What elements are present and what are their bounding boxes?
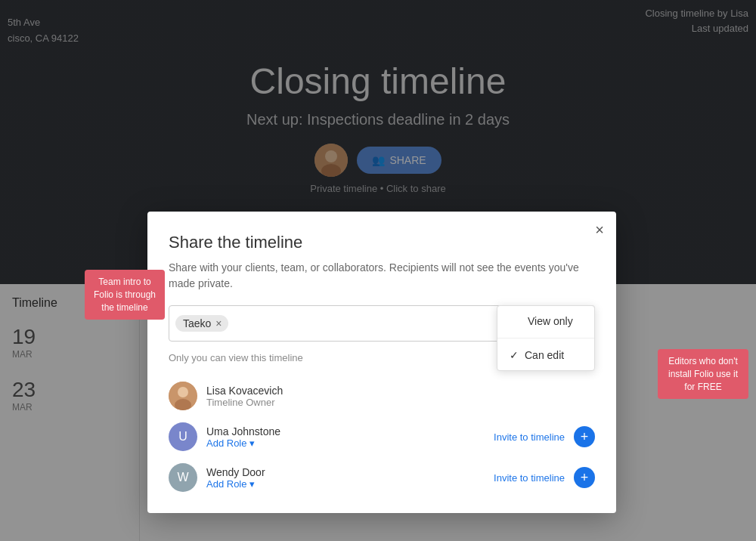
invite-link-1[interactable]: Invite to timeline bbox=[494, 431, 565, 443]
checkmark-icon: ✓ bbox=[510, 349, 519, 361]
person-info-0: Lisa Kovacevich Timeline Owner bbox=[206, 385, 595, 408]
svg-point-4 bbox=[178, 387, 188, 397]
share-modal: × Share the timeline Share with your cli… bbox=[147, 212, 616, 513]
add-role-link-1[interactable]: Add Role ▾ bbox=[206, 437, 485, 449]
add-role-link-2[interactable]: Add Role ▾ bbox=[206, 478, 485, 490]
person-row-0: Lisa Kovacevich Timeline Owner bbox=[169, 376, 595, 416]
avatar: W bbox=[169, 463, 197, 492]
dropdown-item-can-edit[interactable]: ✓ Can edit bbox=[497, 340, 594, 370]
invite-link-2[interactable]: Invite to timeline bbox=[494, 472, 565, 484]
recipient-input[interactable] bbox=[233, 317, 497, 329]
avatar: U bbox=[169, 422, 197, 451]
chip-remove-button[interactable]: × bbox=[215, 317, 222, 329]
person-info-2: Wendy Door Add Role ▾ bbox=[206, 466, 485, 490]
avatar bbox=[169, 382, 197, 410]
person-row-2: W Wendy Door Add Role ▾ Invite to timeli… bbox=[169, 457, 595, 498]
dropdown-divider bbox=[497, 338, 594, 339]
modal-title: Share the timeline bbox=[169, 233, 595, 252]
person-row-1: U Uma Johnstone Add Role ▾ Invite to tim… bbox=[169, 416, 595, 457]
tooltip-right: Editors who don't install Folio use it f… bbox=[658, 349, 748, 399]
tooltip-left: Team intro to Folio is through the timel… bbox=[85, 270, 165, 320]
add-person-button-2[interactable]: + bbox=[574, 467, 595, 488]
close-button[interactable]: × bbox=[595, 222, 604, 237]
permission-dropdown: View only ✓ Can edit bbox=[497, 305, 595, 371]
dropdown-item-view-only[interactable]: View only bbox=[497, 306, 594, 336]
person-info-1: Uma Johnstone Add Role ▾ bbox=[206, 425, 485, 449]
add-person-button-1[interactable]: + bbox=[574, 426, 595, 447]
recipient-chip: Taeko × bbox=[175, 315, 228, 332]
modal-description: Share with your clients, team, or collab… bbox=[169, 260, 595, 292]
